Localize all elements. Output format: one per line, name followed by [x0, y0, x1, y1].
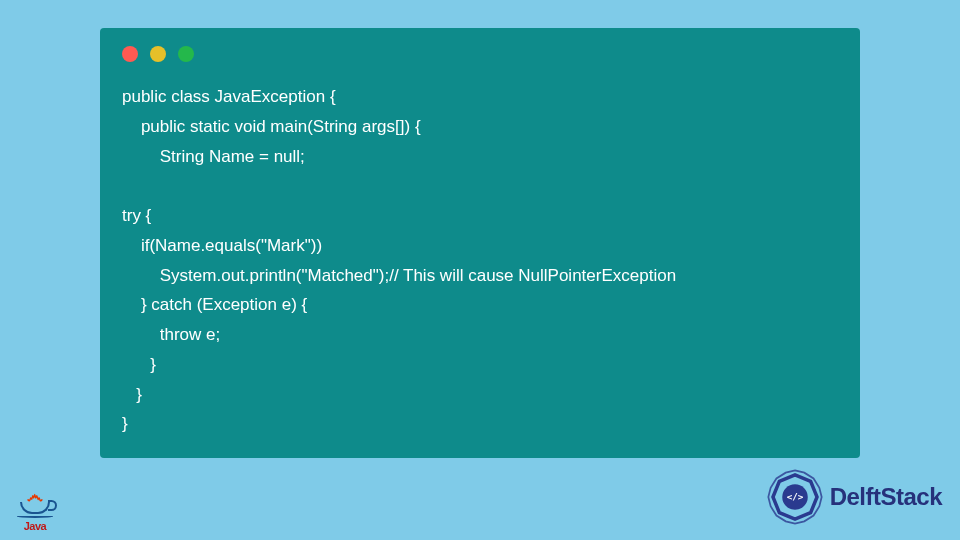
maximize-icon [178, 46, 194, 62]
java-logo: ෴ Java [12, 472, 58, 532]
close-icon [122, 46, 138, 62]
code-block: public class JavaException { public stat… [122, 82, 838, 439]
saucer-icon [17, 515, 53, 518]
steam-icon: ෴ [27, 490, 43, 500]
delftstack-logo: </> DelftStack [766, 468, 942, 526]
code-panel: public class JavaException { public stat… [100, 28, 860, 458]
minimize-icon [150, 46, 166, 62]
window-controls [122, 46, 838, 62]
delftstack-badge-icon: </> [766, 468, 824, 526]
java-label: Java [24, 520, 46, 532]
delftstack-label: DelftStack [830, 483, 942, 511]
cup-icon [20, 502, 50, 514]
svg-text:</>: </> [786, 491, 803, 502]
